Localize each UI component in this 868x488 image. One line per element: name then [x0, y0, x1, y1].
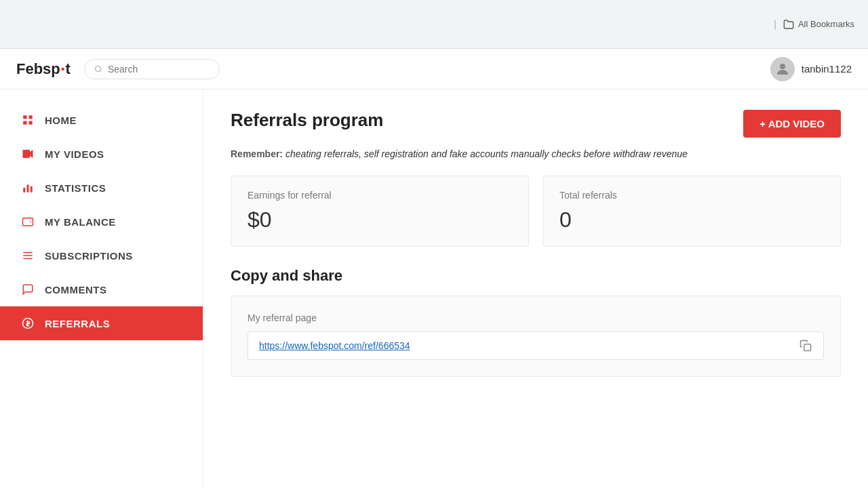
svg-point-1	[780, 64, 785, 69]
header-right: tanbin1122	[770, 57, 852, 81]
browser-bar: | All Bookmarks	[0, 0, 868, 49]
svg-marker-7	[30, 150, 33, 158]
video-icon	[20, 146, 35, 161]
bookmarks-label: All Bookmarks	[798, 19, 854, 29]
bar-chart-icon	[20, 180, 35, 195]
browser-divider: |	[774, 19, 776, 30]
search-bar[interactable]	[84, 59, 220, 79]
remember-body: cheating referrals, self registration an…	[285, 148, 688, 159]
svg-point-0	[95, 66, 100, 71]
dollar-icon	[20, 316, 35, 331]
chat-icon	[20, 282, 35, 297]
search-input[interactable]	[108, 64, 210, 75]
sidebar-label-my-videos: MY VIDEOS	[45, 148, 104, 160]
logo-text-feb: Febsp	[16, 60, 60, 78]
svg-rect-4	[23, 121, 26, 125]
stat-card-referrals: Total referrals 0	[542, 176, 841, 247]
app-header: Febsp·t tanbin1122	[0, 49, 868, 89]
copy-icon[interactable]	[799, 339, 812, 352]
stat-label-referrals: Total referrals	[559, 190, 824, 201]
sidebar-item-my-balance[interactable]: MY BALANCE	[0, 205, 203, 239]
sidebar-item-my-videos[interactable]: MY VIDEOS	[0, 137, 203, 171]
svg-rect-10	[31, 186, 33, 192]
svg-rect-8	[23, 188, 25, 192]
page-title: Referrals program	[231, 110, 383, 131]
sidebar-label-statistics: STATISTICS	[45, 182, 106, 194]
svg-rect-6	[23, 150, 31, 158]
referral-link-row: https://www.febspot.com/ref/666534	[248, 331, 824, 360]
svg-rect-2	[23, 115, 26, 119]
content-area: Referrals program + ADD VIDEO Remember: …	[203, 89, 868, 488]
sidebar-item-referrals[interactable]: REFERRALS	[0, 306, 203, 340]
avatar-icon	[774, 61, 791, 77]
grid-icon	[20, 113, 35, 127]
sidebar-label-referrals: REFERRALS	[45, 318, 110, 329]
svg-rect-16	[804, 344, 811, 351]
header-left: Febsp·t	[16, 59, 220, 79]
share-card: My referral page https://www.febspot.com…	[231, 296, 841, 377]
bookmarks-area[interactable]: All Bookmarks	[783, 19, 854, 30]
sidebar-label-home: HOME	[45, 115, 77, 126]
svg-rect-5	[29, 121, 33, 125]
logo[interactable]: Febsp·t	[16, 60, 71, 79]
stat-label-earnings: Earnings for referral	[248, 190, 512, 201]
svg-rect-9	[27, 185, 29, 192]
list-icon	[20, 248, 35, 263]
sidebar-item-statistics[interactable]: STATISTICS	[0, 171, 203, 205]
avatar	[770, 57, 795, 81]
referral-page-label: My referral page	[248, 312, 824, 323]
svg-rect-11	[23, 218, 33, 226]
stat-value-referrals: 0	[559, 207, 824, 232]
sidebar-label-comments: COMMENTS	[45, 284, 107, 296]
logo-text-t: t	[66, 60, 71, 78]
referral-url[interactable]: https://www.febspot.com/ref/666534	[259, 340, 792, 351]
svg-rect-3	[29, 115, 33, 119]
add-video-button[interactable]: + ADD VIDEO	[743, 110, 841, 138]
sidebar-item-comments[interactable]: COMMENTS	[0, 272, 203, 306]
stats-row: Earnings for referral $0 Total referrals…	[231, 176, 841, 247]
sidebar-label-my-balance: MY BALANCE	[45, 216, 116, 228]
stat-card-earnings: Earnings for referral $0	[231, 176, 529, 247]
sidebar-item-home[interactable]: HOME	[0, 103, 203, 137]
remember-prefix: Remember:	[231, 148, 285, 159]
sidebar-label-subscriptions: SUBSCRIPTIONS	[45, 250, 133, 262]
stat-value-earnings: $0	[248, 207, 512, 232]
page-header: Referrals program + ADD VIDEO	[231, 110, 841, 138]
sidebar: HOME MY VIDEOS STATISTICS	[0, 89, 203, 488]
sidebar-item-subscriptions[interactable]: SUBSCRIPTIONS	[0, 239, 203, 272]
main-container: HOME MY VIDEOS STATISTICS	[0, 89, 868, 488]
wallet-icon	[20, 214, 35, 229]
folder-icon	[783, 19, 794, 30]
logo-dot: ·	[60, 60, 66, 79]
search-icon	[94, 64, 102, 75]
copy-share-title: Copy and share	[231, 267, 841, 285]
username: tanbin1122	[802, 63, 852, 75]
remember-text: Remember: cheating referrals, self regis…	[231, 148, 841, 159]
